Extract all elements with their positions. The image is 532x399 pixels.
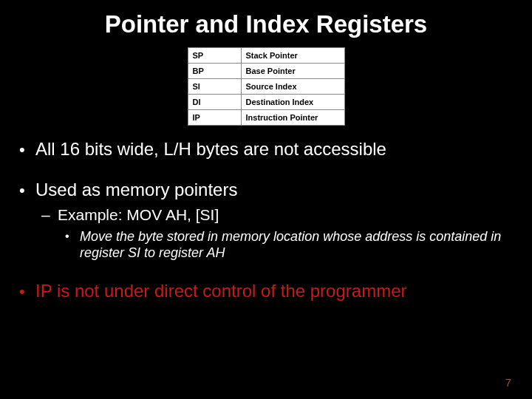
bullet-list: All 16 bits wide, L/H bytes are not acce… — [0, 139, 532, 302]
reg-desc: Destination Index — [241, 95, 344, 110]
table-row: SP Stack Pointer — [188, 48, 344, 64]
reg-abbr: IP — [188, 110, 241, 126]
reg-abbr: DI — [188, 95, 241, 110]
register-table: SP Stack Pointer BP Base Pointer SI Sour… — [188, 47, 345, 126]
bullet-item: All 16 bits wide, L/H bytes are not acce… — [35, 139, 502, 160]
table-row: IP Instruction Pointer — [188, 110, 344, 126]
sub-bullet-text: Example: MOV AH, [SI] — [58, 206, 219, 223]
reg-abbr: SP — [188, 48, 241, 64]
sub-sub-bullet-item: Move the byte stored in memory location … — [80, 228, 502, 262]
reg-desc: Stack Pointer — [241, 48, 344, 64]
table-row: SI Source Index — [188, 79, 344, 95]
reg-abbr: BP — [188, 64, 241, 79]
reg-desc: Source Index — [241, 79, 344, 95]
bullet-item: Used as memory pointers Example: MOV AH,… — [35, 180, 502, 262]
slide-title: Pointer and Index Registers — [0, 0, 532, 44]
bullet-item-emphasis: IP is not under direct control of the pr… — [35, 281, 502, 302]
reg-abbr: SI — [188, 79, 241, 95]
page-number: 7 — [505, 376, 511, 389]
table-row: DI Destination Index — [188, 95, 344, 110]
register-table-wrap: SP Stack Pointer BP Base Pointer SI Sour… — [0, 47, 532, 126]
reg-desc: Instruction Pointer — [241, 110, 344, 126]
bullet-text: Used as memory pointers — [35, 180, 237, 200]
sub-bullet-item: Example: MOV AH, [SI] Move the byte stor… — [58, 205, 502, 262]
reg-desc: Base Pointer — [241, 64, 344, 79]
table-row: BP Base Pointer — [188, 64, 344, 79]
